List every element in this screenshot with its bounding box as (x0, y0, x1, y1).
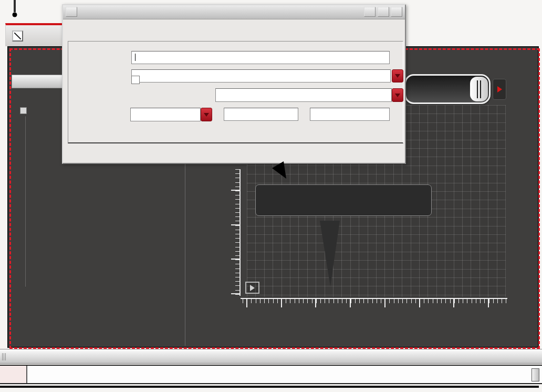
close-icon[interactable] (391, 7, 402, 17)
shade-button[interactable] (66, 7, 77, 17)
play-icon (250, 285, 255, 291)
y-axis-label (186, 178, 197, 223)
mouse-status-bar (0, 349, 542, 364)
x-axis-ruler (241, 298, 507, 308)
trace-combo[interactable] (215, 88, 392, 102)
right-arrow-icon (497, 86, 502, 92)
expression-input[interactable] (131, 69, 391, 82)
bottom-divider (0, 386, 539, 388)
tree-guide-line (25, 117, 26, 286)
position-x-input[interactable] (224, 108, 298, 121)
trace-line-orange[interactable] (247, 0, 506, 1)
scrollbar-trace-preview-orange (409, 98, 468, 100)
waveform-icon (12, 30, 23, 42)
scrollbar-trace-preview-purple (409, 78, 468, 80)
y-axis-ruler (231, 169, 241, 296)
trace-dropdown-button[interactable] (392, 88, 403, 102)
info-scrollbar-thumb[interactable] (531, 368, 539, 381)
dialog-titlebar[interactable] (63, 5, 405, 19)
text-caret (135, 54, 136, 61)
chevron-down-icon (204, 113, 209, 117)
tree-root-row[interactable] (20, 105, 31, 116)
create-graph-marker-dialog (62, 4, 406, 164)
trace-counter-badge (0, 366, 27, 383)
trace-play-button[interactable] (245, 282, 259, 294)
attach-to-trace-checkbox[interactable] (131, 76, 140, 84)
chevron-down-icon (395, 74, 400, 78)
grip-icon[interactable] (2, 353, 7, 360)
maximize-button[interactable] (378, 7, 389, 17)
screen (0, 0, 542, 392)
scrollbar-arrow-button[interactable] (493, 79, 506, 100)
position-y-input[interactable] (310, 108, 390, 121)
minimize-button[interactable] (364, 7, 376, 17)
trace-info-bar (0, 365, 542, 384)
marker-bullseye[interactable] (0, 0, 29, 29)
collapse-icon[interactable] (20, 107, 27, 114)
scrollbar-handle[interactable] (470, 77, 488, 101)
position-mode-dropdown-button[interactable] (201, 108, 212, 121)
marker-callout[interactable] (255, 184, 432, 216)
horizontal-zoom-scrollbar[interactable] (404, 74, 491, 104)
chevron-down-icon (395, 94, 400, 97)
label-input[interactable] (131, 51, 390, 64)
expression-dropdown-button[interactable] (392, 69, 403, 82)
position-mode-combo[interactable] (130, 108, 201, 121)
